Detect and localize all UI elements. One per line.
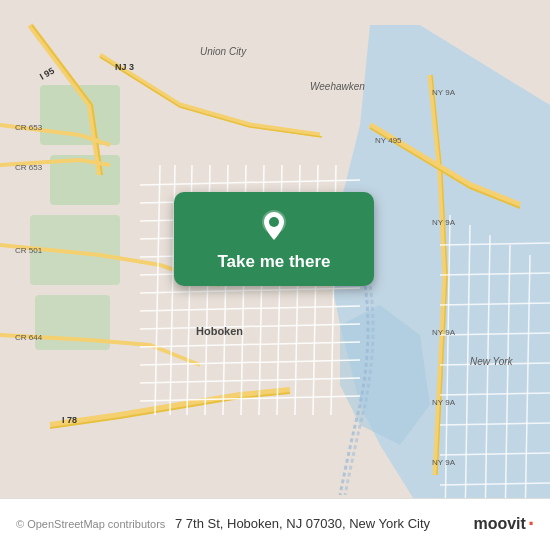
svg-text:NY 9A: NY 9A	[432, 88, 456, 97]
address-label: 7 7th St, Hoboken, NJ 07030, New York Ci…	[175, 516, 430, 531]
take-me-there-button[interactable]: Take me there	[174, 192, 374, 286]
svg-text:CR 644: CR 644	[15, 333, 43, 342]
copyright-text: © OpenStreetMap contributors	[16, 518, 165, 530]
svg-text:NY 9A: NY 9A	[432, 218, 456, 227]
svg-point-61	[269, 217, 279, 227]
svg-text:Weehawken: Weehawken	[310, 81, 365, 92]
moovit-logo-text: moovit	[473, 515, 525, 533]
svg-text:I 78: I 78	[62, 415, 77, 425]
svg-text:CR 653: CR 653	[15, 123, 43, 132]
svg-text:CR 653: CR 653	[15, 163, 43, 172]
cta-label: Take me there	[217, 252, 330, 272]
bottom-bar: © OpenStreetMap contributors 7 7th St, H…	[0, 498, 550, 550]
svg-text:NJ 3: NJ 3	[115, 62, 134, 72]
svg-text:CR 501: CR 501	[15, 246, 43, 255]
svg-text:NY 495: NY 495	[375, 136, 402, 145]
svg-text:Hoboken: Hoboken	[196, 325, 243, 337]
svg-text:Union City: Union City	[200, 46, 247, 57]
svg-text:NY 9A: NY 9A	[432, 458, 456, 467]
moovit-logo: moovit ·	[473, 511, 534, 537]
svg-text:NY 9A: NY 9A	[432, 328, 456, 337]
address-text: © OpenStreetMap contributors 7 7th St, H…	[16, 516, 473, 531]
svg-text:NY 9A: NY 9A	[432, 398, 456, 407]
location-pin-icon	[256, 208, 292, 244]
moovit-logo-dot: ·	[528, 511, 534, 537]
svg-text:New York: New York	[470, 356, 514, 367]
map-container: I 95 NJ 3 CR 653 CR 653 CR 501 CR 644 I …	[0, 0, 550, 550]
